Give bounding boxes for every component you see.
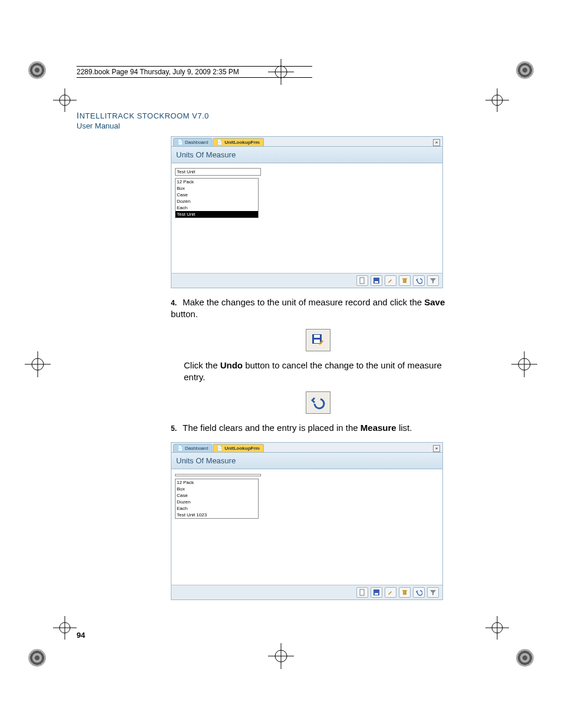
tab-dashboard[interactable]: 📄 Dashboard xyxy=(173,444,212,452)
save-button[interactable] xyxy=(371,275,382,286)
save-button[interactable] xyxy=(371,587,382,598)
tab-dashboard[interactable]: 📄 Dashboard xyxy=(173,138,212,146)
svg-rect-35 xyxy=(403,591,406,595)
list-item[interactable]: Box xyxy=(176,185,258,192)
new-button[interactable] xyxy=(356,587,368,598)
list-item[interactable]: Case xyxy=(176,192,258,198)
svg-rect-31 xyxy=(314,335,320,338)
svg-rect-24 xyxy=(360,278,364,284)
doc-header: INTELLITRACK STOCKROOM V7.0 User Manual xyxy=(77,110,483,130)
new-button[interactable] xyxy=(356,275,368,286)
edit-button[interactable] xyxy=(385,587,396,598)
crop-cross-br xyxy=(485,616,509,640)
registration-mark-right xyxy=(511,351,537,377)
crop-ring xyxy=(516,649,534,667)
measure-input[interactable] xyxy=(175,474,261,476)
list-item[interactable]: 12 Pack xyxy=(176,479,258,486)
list-item[interactable]: Test Unit 1023 xyxy=(176,512,258,518)
filter-button[interactable] xyxy=(427,275,439,286)
list-item[interactable]: Each xyxy=(176,505,258,512)
crop-cross-bl xyxy=(53,616,77,640)
list-item[interactable]: Box xyxy=(176,486,258,492)
tab-unitlookupfrm[interactable]: 📄 UnitLookupFrm xyxy=(213,138,264,146)
measure-input[interactable]: Test Unit xyxy=(175,168,261,176)
document-icon: 📄 xyxy=(217,446,223,451)
delete-button[interactable] xyxy=(399,587,411,598)
undo-button[interactable] xyxy=(413,587,425,598)
window-title: Units Of Measure xyxy=(171,147,442,163)
step-4: 4.Make the changes to the unit of measur… xyxy=(171,297,465,321)
list-item[interactable]: Each xyxy=(176,205,258,211)
crop-cross-tl xyxy=(53,88,77,112)
measure-list[interactable]: 12 Pack Box Case Dozen Each Test Unit 10… xyxy=(175,479,259,519)
undo-icon-illustration xyxy=(306,391,330,414)
delete-button[interactable] xyxy=(399,275,411,286)
window-title: Units Of Measure xyxy=(171,453,442,469)
edit-button[interactable] xyxy=(385,275,396,286)
svg-rect-27 xyxy=(403,279,406,283)
svg-rect-30 xyxy=(314,340,320,343)
crop-cross-tr xyxy=(485,88,509,112)
measure-list[interactable]: 12 Pack Box Case Dozen Each Test Unit xyxy=(175,178,259,218)
list-item[interactable]: Dozen xyxy=(176,198,258,205)
crop-ring xyxy=(28,649,46,667)
document-icon: 📄 xyxy=(217,140,223,145)
filter-button[interactable] xyxy=(427,587,439,598)
list-item[interactable]: 12 Pack xyxy=(176,179,258,185)
close-icon[interactable]: × xyxy=(433,139,440,146)
svg-rect-26 xyxy=(375,281,378,283)
page-meta-line: 2289.book Page 94 Thursday, July 9, 2009… xyxy=(77,66,312,78)
document-icon: 📄 xyxy=(177,446,183,451)
list-item[interactable]: Dozen xyxy=(176,499,258,505)
tab-unitlookupfrm[interactable]: 📄 UnitLookupFrm xyxy=(213,444,264,452)
svg-rect-34 xyxy=(375,593,378,595)
svg-rect-28 xyxy=(402,278,407,279)
svg-rect-32 xyxy=(360,589,364,595)
toolbar xyxy=(171,273,442,288)
page-number: 94 xyxy=(77,631,85,640)
undo-button[interactable] xyxy=(413,275,425,286)
list-item[interactable]: Case xyxy=(176,492,258,499)
step-4-undo-text: Click the Undo button to cancel the chan… xyxy=(184,360,465,384)
registration-mark-bottom xyxy=(268,643,294,669)
close-icon[interactable]: × xyxy=(433,445,440,452)
svg-rect-36 xyxy=(402,590,407,591)
step-5: 5.The field clears and the entry is plac… xyxy=(171,422,465,434)
save-icon-illustration xyxy=(306,329,330,351)
screenshot-units-of-measure-2: 📄 Dashboard 📄 UnitLookupFrm × Units Of M… xyxy=(171,442,443,600)
list-item-selected[interactable]: Test Unit xyxy=(176,211,258,218)
crop-ring xyxy=(516,61,534,79)
crop-ring xyxy=(28,61,46,79)
toolbar xyxy=(171,585,442,599)
screenshot-units-of-measure-1: 📄 Dashboard 📄 UnitLookupFrm × Units Of M… xyxy=(171,136,443,288)
registration-mark-left xyxy=(25,351,51,377)
document-icon: 📄 xyxy=(177,140,183,145)
